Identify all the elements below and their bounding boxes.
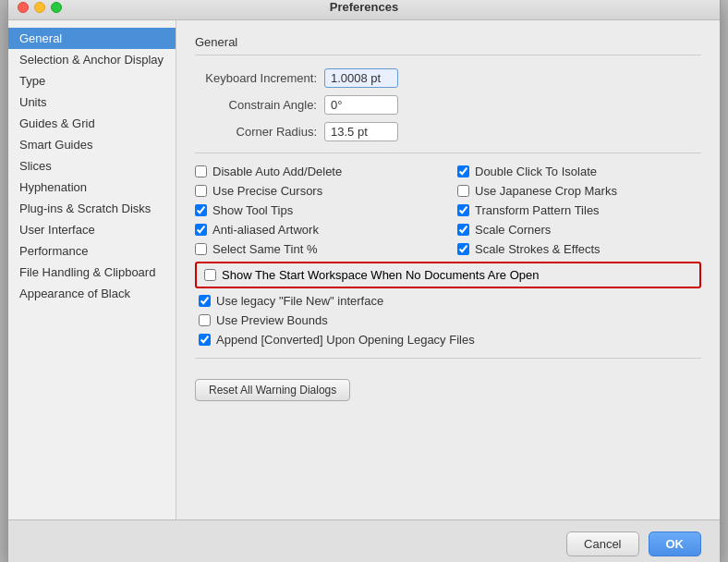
sidebar-item-smart-guides[interactable]: Smart Guides	[8, 134, 176, 155]
append-converted-row: Append [Converted] Upon Opening Legacy F…	[199, 333, 701, 347]
corner-radius-input[interactable]	[324, 122, 398, 141]
corner-radius-label: Corner Radius:	[195, 125, 324, 139]
content-area: GeneralSelection & Anchor DisplayTypeUni…	[8, 20, 720, 519]
sidebar-item-slices[interactable]: Slices	[8, 155, 176, 177]
use-legacy-row: Use legacy "File New" interface	[199, 294, 701, 308]
preferences-window: Preferences GeneralSelection & Anchor Di…	[7, 0, 721, 562]
window-title: Preferences	[330, 0, 398, 14]
cancel-button[interactable]: Cancel	[566, 531, 638, 556]
show-tooltips-row: Show Tool Tips	[195, 203, 439, 217]
disable-auto-label: Disable Auto Add/Delete	[212, 165, 342, 178]
sidebar-item-type[interactable]: Type	[8, 70, 176, 92]
sidebar-item-selection-anchor[interactable]: Selection & Anchor Display	[8, 49, 176, 70]
show-tooltips-checkbox[interactable]	[195, 204, 207, 216]
append-converted-label: Append [Converted] Upon Opening Legacy F…	[216, 333, 475, 347]
double-click-row: Double Click To Isolate	[457, 165, 701, 178]
use-precise-label: Use Precise Cursors	[212, 184, 322, 198]
sidebar-item-plugins-scratch[interactable]: Plug-ins & Scratch Disks	[8, 198, 176, 219]
japanese-crop-row: Use Japanese Crop Marks	[457, 184, 701, 198]
reset-warnings-button[interactable]: Reset All Warning Dialogs	[195, 379, 350, 401]
separator-1	[195, 153, 701, 153]
section-title: General	[195, 35, 701, 55]
separator-2	[195, 358, 701, 359]
show-start-workspace-checkbox[interactable]	[204, 269, 216, 281]
japanese-crop-checkbox[interactable]	[457, 185, 469, 197]
scale-corners-checkbox[interactable]	[457, 224, 469, 236]
sidebar-item-guides-grid[interactable]: Guides & Grid	[8, 113, 176, 134]
main-panel: General Keyboard Increment: Constrain An…	[176, 20, 720, 519]
show-start-workspace-label: Show The Start Workspace When No Documen…	[222, 268, 539, 282]
constrain-angle-label: Constrain Angle:	[195, 98, 324, 112]
checkboxes-left: Disable Auto Add/Delete Use Precise Curs…	[195, 165, 439, 256]
minimize-button[interactable]	[34, 2, 45, 13]
use-legacy-label: Use legacy "File New" interface	[216, 294, 383, 308]
append-converted-checkbox[interactable]	[199, 334, 211, 346]
show-tooltips-label: Show Tool Tips	[212, 203, 293, 217]
scale-corners-row: Scale Corners	[457, 223, 701, 237]
title-bar: Preferences	[8, 0, 720, 20]
use-precise-row: Use Precise Cursors	[195, 184, 439, 198]
use-preview-label: Use Preview Bounds	[216, 313, 328, 327]
anti-aliased-row: Anti-aliased Artwork	[195, 223, 439, 237]
sidebar: GeneralSelection & Anchor DisplayTypeUni…	[8, 20, 176, 519]
anti-aliased-label: Anti-aliased Artwork	[212, 223, 319, 237]
transform-pattern-label: Transform Pattern Tiles	[475, 203, 600, 217]
checkboxes-area: Disable Auto Add/Delete Use Precise Curs…	[195, 165, 701, 256]
ok-button[interactable]: OK	[649, 531, 702, 556]
scale-strokes-label: Scale Strokes & Effects	[475, 242, 601, 256]
select-same-tint-label: Select Same Tint %	[212, 242, 317, 256]
highlight-workspace-box: Show The Start Workspace When No Documen…	[195, 262, 701, 288]
scale-strokes-row: Scale Strokes & Effects	[457, 242, 701, 256]
keyboard-increment-label: Keyboard Increment:	[195, 71, 324, 85]
scale-strokes-checkbox[interactable]	[457, 243, 469, 255]
double-click-checkbox[interactable]	[457, 165, 469, 177]
japanese-crop-label: Use Japanese Crop Marks	[475, 184, 617, 198]
keyboard-increment-input[interactable]	[324, 68, 398, 88]
maximize-button[interactable]	[51, 2, 62, 13]
sidebar-item-general[interactable]: General	[8, 28, 176, 49]
disable-auto-checkbox[interactable]	[195, 165, 207, 177]
keyboard-increment-row: Keyboard Increment:	[195, 68, 701, 88]
use-legacy-checkbox[interactable]	[199, 295, 211, 307]
sidebar-item-appearance-black[interactable]: Appearance of Black	[8, 283, 176, 304]
anti-aliased-checkbox[interactable]	[195, 224, 207, 236]
corner-radius-row: Corner Radius:	[195, 122, 701, 141]
sidebar-item-hyphenation[interactable]: Hyphenation	[8, 177, 176, 198]
sidebar-item-performance[interactable]: Performance	[8, 240, 176, 262]
sidebar-item-units[interactable]: Units	[8, 92, 176, 113]
constrain-angle-input[interactable]	[324, 95, 398, 115]
checkboxes-right: Double Click To Isolate Use Japanese Cro…	[457, 165, 701, 256]
close-button[interactable]	[18, 2, 29, 13]
double-click-label: Double Click To Isolate	[475, 165, 597, 178]
sidebar-item-file-handling[interactable]: File Handling & Clipboard	[8, 262, 176, 283]
select-same-tint-checkbox[interactable]	[195, 243, 207, 255]
use-preview-checkbox[interactable]	[199, 314, 211, 326]
disable-auto-row: Disable Auto Add/Delete	[195, 165, 439, 178]
use-precise-checkbox[interactable]	[195, 185, 207, 197]
sidebar-item-user-interface[interactable]: User Interface	[8, 219, 176, 240]
transform-pattern-row: Transform Pattern Tiles	[457, 203, 701, 217]
bottom-bar: Cancel OK	[8, 519, 720, 562]
scale-corners-label: Scale Corners	[475, 223, 551, 237]
transform-pattern-checkbox[interactable]	[457, 204, 469, 216]
constrain-angle-row: Constrain Angle:	[195, 95, 701, 115]
window-controls	[18, 2, 62, 13]
select-same-tint-row: Select Same Tint %	[195, 242, 439, 256]
use-preview-row: Use Preview Bounds	[199, 313, 701, 327]
